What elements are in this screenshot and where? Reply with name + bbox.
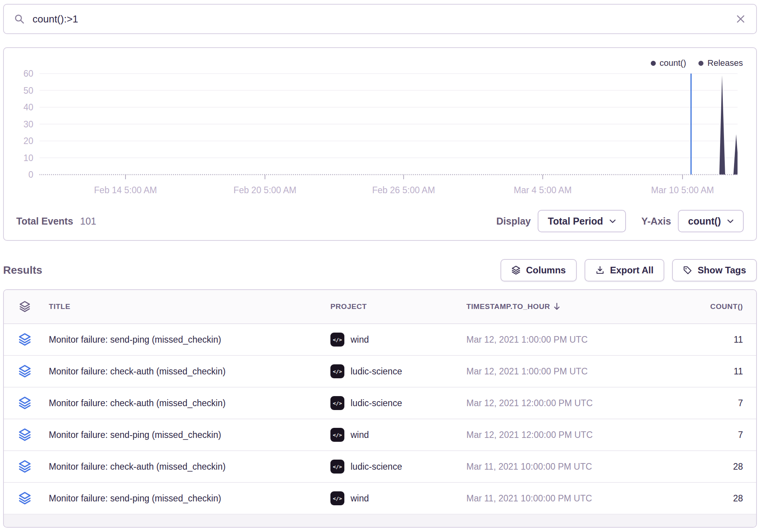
chart-legend: count() Releases (651, 58, 743, 68)
svg-text:50: 50 (23, 86, 33, 96)
column-header-timestamp[interactable]: TIMESTAMP.TO_HOUR (466, 302, 676, 311)
svg-text:0: 0 (28, 170, 33, 180)
row-count: 28 (676, 493, 756, 504)
row-count: 11 (676, 366, 756, 377)
chart-canvas[interactable]: 0102030405060Feb 14 5:00 AMFeb 20 5:00 A… (4, 48, 758, 211)
download-icon (595, 266, 605, 275)
svg-text:Mar 10 5:00 AM: Mar 10 5:00 AM (651, 185, 714, 195)
layers-icon (511, 266, 521, 275)
yaxis-dropdown-value: count() (688, 216, 721, 227)
column-header-title[interactable]: TITLE (46, 302, 330, 311)
code-platform-icon: </> (330, 333, 344, 347)
export-all-button-label: Export All (610, 265, 653, 276)
row-project: </> wind (330, 333, 466, 347)
row-title[interactable]: Monitor failure: send-ping (missed_check… (46, 430, 330, 440)
svg-text:30: 30 (23, 119, 33, 129)
chevron-down-icon (609, 219, 616, 223)
row-title[interactable]: Monitor failure: send-ping (missed_check… (46, 493, 330, 504)
table-header-row: TITLE PROJECT TIMESTAMP.TO_HOUR COUNT() (4, 290, 756, 324)
legend-item-releases[interactable]: Releases (698, 58, 743, 68)
table-row: Monitor failure: send-ping (missed_check… (4, 483, 756, 515)
columns-button-label: Columns (526, 265, 566, 276)
row-project: </> ludic-science (330, 460, 466, 474)
row-count: 7 (676, 398, 756, 408)
row-stack-icon[interactable] (18, 492, 31, 505)
row-title[interactable]: Monitor failure: check-auth (missed_chec… (46, 398, 330, 408)
export-all-button[interactable]: Export All (585, 259, 664, 281)
chart-footer: Total Events 101 Display Total Period Y-… (4, 202, 756, 240)
row-title[interactable]: Monitor failure: check-auth (missed_chec… (46, 366, 330, 377)
columns-button[interactable]: Columns (500, 259, 577, 281)
stack-icon (19, 301, 31, 312)
legend-label: Releases (707, 58, 743, 68)
results-heading: Results (3, 264, 42, 276)
chevron-down-icon (727, 219, 734, 223)
row-title[interactable]: Monitor failure: send-ping (missed_check… (46, 335, 330, 345)
yaxis-dropdown[interactable]: count() (678, 210, 744, 232)
show-tags-button-label: Show Tags (698, 265, 746, 276)
row-project: </> ludic-science (330, 396, 466, 410)
project-name: wind (351, 335, 369, 345)
row-stack-icon[interactable] (18, 460, 31, 473)
code-platform-icon: </> (330, 491, 344, 505)
column-header-timestamp-label: TIMESTAMP.TO_HOUR (466, 302, 550, 311)
table-footer (4, 515, 756, 528)
row-project: </> wind (330, 491, 466, 505)
row-stack-icon[interactable] (18, 365, 31, 378)
svg-text:Feb 20 5:00 AM: Feb 20 5:00 AM (234, 185, 296, 195)
svg-text:Feb 26 5:00 AM: Feb 26 5:00 AM (372, 185, 435, 195)
row-title[interactable]: Monitor failure: check-auth (missed_chec… (46, 462, 330, 472)
row-stack-icon[interactable] (18, 396, 31, 410)
row-count: 7 (676, 430, 756, 440)
search-input[interactable] (32, 13, 728, 26)
sort-desc-arrow-icon (553, 302, 561, 311)
code-platform-icon: </> (330, 428, 344, 442)
svg-text:60: 60 (23, 69, 33, 79)
display-dropdown[interactable]: Total Period (538, 210, 626, 232)
display-dropdown-value: Total Period (548, 216, 603, 227)
svg-text:10: 10 (23, 153, 33, 163)
results-table: TITLE PROJECT TIMESTAMP.TO_HOUR COUNT() … (3, 289, 757, 528)
project-name: ludic-science (351, 398, 402, 408)
code-platform-icon: </> (330, 396, 344, 410)
row-stack-icon[interactable] (18, 428, 31, 441)
legend-item-count[interactable]: count() (651, 58, 686, 68)
row-count: 28 (676, 462, 756, 472)
discover-page: count() Releases 0102030405060Feb 14 5:0… (0, 0, 760, 532)
row-timestamp: Mar 11, 2021 10:00:00 PM UTC (466, 462, 676, 472)
code-platform-icon: </> (330, 364, 344, 378)
project-name: ludic-science (351, 366, 402, 377)
row-project: </> ludic-science (330, 364, 466, 378)
total-events-label: Total Events (16, 216, 73, 227)
display-label: Display (496, 216, 531, 227)
svg-text:Feb 14 5:00 AM: Feb 14 5:00 AM (94, 185, 157, 195)
row-timestamp: Mar 12, 2021 1:00:00 PM UTC (466, 366, 676, 377)
total-events-value: 101 (80, 216, 96, 227)
yaxis-label: Y-Axis (641, 216, 671, 227)
row-count: 11 (676, 335, 756, 345)
row-timestamp: Mar 12, 2021 1:00:00 PM UTC (466, 335, 676, 345)
row-project: </> wind (330, 428, 466, 442)
close-icon (735, 14, 746, 24)
legend-label: count() (660, 58, 686, 68)
results-bar: Results Columns Export All Show Tags (3, 259, 757, 282)
tag-icon (683, 266, 692, 275)
show-tags-button[interactable]: Show Tags (672, 259, 757, 281)
column-header-project[interactable]: PROJECT (330, 302, 466, 311)
events-chart-panel: count() Releases 0102030405060Feb 14 5:0… (3, 47, 757, 241)
project-name: wind (351, 493, 369, 504)
table-row: Monitor failure: send-ping (missed_check… (4, 419, 756, 451)
row-timestamp: Mar 12, 2021 12:00:00 PM UTC (466, 430, 676, 440)
clear-search-button[interactable] (735, 14, 746, 24)
svg-text:40: 40 (23, 102, 33, 112)
column-header-count[interactable]: COUNT() (676, 302, 756, 311)
search-bar (3, 4, 757, 34)
project-name: wind (351, 430, 369, 440)
svg-text:Mar 4 5:00 AM: Mar 4 5:00 AM (514, 185, 572, 195)
legend-dot-releases-icon (698, 61, 703, 66)
project-name: ludic-science (351, 462, 402, 472)
code-platform-icon: </> (330, 460, 344, 474)
row-stack-icon[interactable] (18, 333, 31, 346)
row-timestamp: Mar 12, 2021 12:00:00 PM UTC (466, 398, 676, 408)
search-icon (14, 14, 25, 24)
